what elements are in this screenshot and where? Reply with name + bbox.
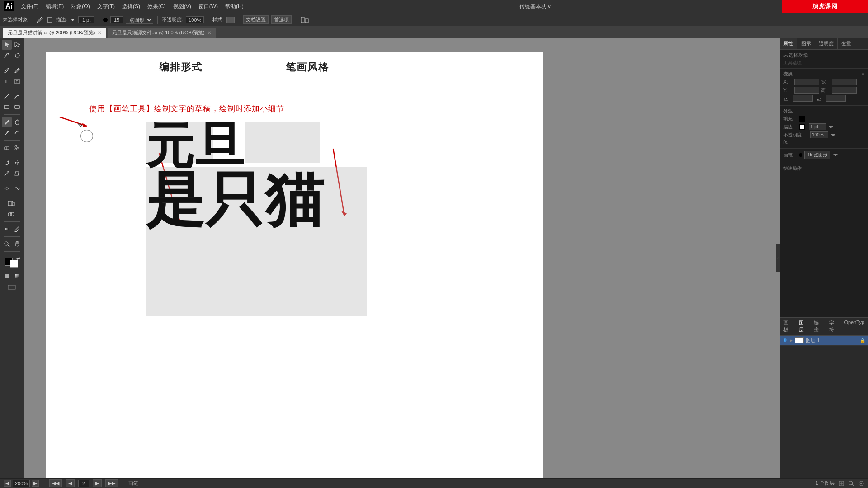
tool-arc[interactable] bbox=[12, 91, 22, 101]
tool-shear[interactable] bbox=[12, 169, 22, 178]
swap-colors-icon[interactable]: ⇄ bbox=[16, 256, 20, 261]
tool-width[interactable] bbox=[2, 183, 12, 193]
doc-setup-button[interactable]: 文档设置 bbox=[243, 15, 269, 24]
width-input[interactable] bbox=[832, 79, 857, 85]
tool-magic-wand[interactable] bbox=[2, 51, 12, 61]
tab-2[interactable]: 元旦是只猫源文件.ai @ 100% (RGB/预览) ✕ bbox=[107, 28, 216, 38]
tool-area-text[interactable]: T bbox=[12, 76, 22, 86]
tool-eyedropper[interactable] bbox=[12, 224, 22, 234]
page-input[interactable] bbox=[78, 480, 89, 487]
tool-pencil[interactable] bbox=[2, 128, 12, 138]
tool-add-anchor[interactable]: + bbox=[12, 66, 22, 75]
prev-page-button[interactable]: ◀◀ bbox=[49, 479, 62, 487]
first-choice-button[interactable]: 首选项 bbox=[271, 15, 292, 24]
svg-rect-28 bbox=[8, 201, 13, 206]
tool-line[interactable] bbox=[2, 91, 12, 101]
menu-edit[interactable]: 编辑(E) bbox=[43, 2, 66, 11]
main-area: + T T bbox=[0, 38, 868, 478]
opacity-arrow-icon bbox=[830, 132, 837, 138]
tool-select[interactable] bbox=[2, 40, 12, 50]
tool-rotate[interactable] bbox=[2, 158, 12, 168]
bp-tab-artboard[interactable]: 画板 bbox=[780, 318, 795, 335]
search-layers-icon[interactable] bbox=[848, 480, 854, 487]
menu-help[interactable]: 帮助(H) bbox=[222, 2, 246, 11]
next-button[interactable]: ▶ bbox=[93, 479, 102, 487]
stroke-color[interactable] bbox=[10, 260, 18, 268]
tab-1[interactable]: 元旦是只猫讲解.ai @ 200% (RGB/预览) ✕ bbox=[3, 28, 106, 38]
svg-marker-46 bbox=[831, 134, 835, 136]
rp-tab-transparency[interactable]: 透明度 bbox=[815, 38, 838, 49]
prev-button[interactable]: ◀ bbox=[66, 479, 75, 487]
rp-tab-variable[interactable]: 变量 bbox=[838, 38, 855, 49]
svg-rect-36 bbox=[15, 274, 19, 278]
svg-line-21 bbox=[17, 147, 19, 149]
tool-hand[interactable] bbox=[12, 239, 22, 249]
title-center: 传统基本功 v bbox=[519, 3, 551, 10]
opacity-input[interactable] bbox=[186, 16, 204, 23]
tool-mirror[interactable] bbox=[12, 158, 22, 168]
rp-tab-properties[interactable]: 属性 bbox=[780, 38, 797, 49]
fill-color-swatch[interactable] bbox=[799, 116, 805, 122]
menu-window[interactable]: 窗口(W) bbox=[196, 2, 221, 11]
angle-input[interactable] bbox=[793, 95, 813, 102]
tool-rounded-rect[interactable] bbox=[12, 102, 22, 112]
layer-visibility-icon[interactable]: 👁 bbox=[783, 338, 788, 343]
layers-settings-icon[interactable] bbox=[858, 480, 864, 487]
tool-free-transform[interactable] bbox=[2, 198, 22, 208]
tool-scissors[interactable] bbox=[12, 143, 22, 153]
stroke-color-swatch[interactable] bbox=[799, 124, 805, 130]
opacity-rp-input[interactable] bbox=[810, 131, 828, 138]
menu-object[interactable]: 对象(O) bbox=[68, 2, 92, 11]
tool-text[interactable]: T bbox=[2, 76, 12, 86]
stroke-size-rp[interactable] bbox=[809, 123, 826, 130]
tool-eraser[interactable] bbox=[2, 143, 12, 153]
transform-more[interactable]: ≡ bbox=[862, 72, 864, 77]
menu-text[interactable]: 文字(T) bbox=[94, 2, 118, 11]
shear-input[interactable] bbox=[826, 95, 846, 102]
rp-tab-diagram[interactable]: 图示 bbox=[797, 38, 815, 49]
layer-lock-icon[interactable]: 🔒 bbox=[860, 338, 865, 343]
zoom-out-button[interactable]: ◀ bbox=[4, 480, 11, 487]
tool-scale[interactable] bbox=[2, 169, 12, 178]
svg-rect-32 bbox=[5, 228, 9, 230]
menu-effect[interactable]: 效果(C) bbox=[145, 2, 169, 11]
tool-shape-builder[interactable] bbox=[2, 209, 22, 219]
tool-smooth[interactable] bbox=[12, 128, 22, 138]
tool-lasso[interactable] bbox=[12, 51, 22, 61]
tool-gradient-mode[interactable] bbox=[12, 271, 22, 281]
tab-2-close[interactable]: ✕ bbox=[208, 30, 211, 35]
bp-tab-character[interactable]: 字符 bbox=[826, 318, 841, 335]
new-artboard-icon[interactable] bbox=[838, 480, 844, 487]
brush-size-input[interactable] bbox=[110, 16, 123, 23]
layer-expand-icon[interactable] bbox=[789, 338, 793, 342]
zoom-input[interactable] bbox=[13, 480, 30, 487]
y-input[interactable] bbox=[794, 87, 819, 94]
brush-type-select[interactable]: 点圆形 bbox=[126, 16, 153, 24]
next-page-button[interactable]: ▶▶ bbox=[105, 479, 118, 487]
zoom-in-button[interactable]: ▶ bbox=[32, 480, 39, 487]
tool-blob-brush[interactable] bbox=[12, 117, 22, 127]
brush-select-arrow[interactable] bbox=[832, 152, 839, 158]
tool-artboard[interactable] bbox=[2, 282, 22, 292]
tool-gradient[interactable] bbox=[2, 224, 12, 234]
tool-rect[interactable] bbox=[2, 102, 12, 112]
menu-view[interactable]: 视图(V) bbox=[170, 2, 194, 11]
tool-pen[interactable] bbox=[2, 66, 12, 75]
tool-direct-select[interactable] bbox=[12, 40, 22, 50]
height-input[interactable] bbox=[832, 87, 857, 94]
tool-zoom[interactable] bbox=[2, 239, 12, 249]
tab-1-close[interactable]: ✕ bbox=[98, 30, 101, 35]
layer-item-1[interactable]: 👁 图层 1 🔒 bbox=[780, 336, 868, 346]
tool-warp[interactable] bbox=[12, 183, 22, 193]
tool-brush[interactable] bbox=[2, 117, 12, 127]
menu-select[interactable]: 选择(S) bbox=[119, 2, 143, 11]
x-input[interactable] bbox=[794, 79, 819, 85]
instruction-text: 使用【画笔工具】绘制文字的草稿，绘制时添加小细节 bbox=[89, 103, 284, 114]
bp-tab-opentype[interactable]: OpenTyp bbox=[840, 318, 868, 335]
stroke-size-input[interactable] bbox=[78, 16, 94, 23]
menu-file[interactable]: 文件(F) bbox=[18, 2, 41, 11]
bp-tab-layers[interactable]: 图层 bbox=[795, 318, 811, 335]
right-collapse-handle[interactable]: ‹ bbox=[776, 244, 780, 272]
bp-tab-links[interactable]: 链接 bbox=[810, 318, 826, 335]
tool-normal-mode[interactable] bbox=[2, 271, 12, 281]
